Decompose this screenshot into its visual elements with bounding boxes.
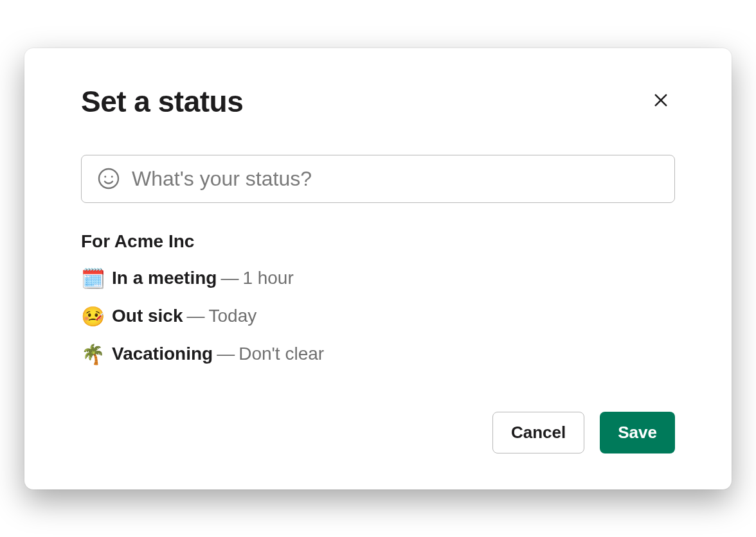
status-input-wrapper (81, 155, 675, 203)
close-button[interactable] (647, 86, 675, 116)
modal-header: Set a status (81, 84, 675, 119)
set-status-modal: Set a status For Acme Inc 🗓️ In a me (24, 48, 732, 489)
preset-duration: 1 hour (242, 268, 293, 288)
status-input[interactable] (132, 167, 659, 191)
preset-separator: — (186, 306, 204, 326)
palm-tree-emoji-icon: 🌴 (81, 343, 112, 365)
preset-separator: — (221, 268, 239, 288)
close-icon (652, 91, 670, 111)
save-button[interactable]: Save (600, 412, 675, 453)
svg-point-2 (99, 169, 118, 188)
svg-point-3 (104, 176, 106, 178)
svg-point-4 (111, 176, 113, 178)
modal-title: Set a status (81, 84, 243, 119)
org-label: For Acme Inc (81, 231, 675, 252)
preset-duration: Today (208, 306, 256, 326)
preset-item-sick[interactable]: 🤒 Out sick — Today (81, 305, 675, 328)
preset-label: Out sick (112, 306, 183, 326)
sick-emoji-icon: 🤒 (81, 305, 112, 328)
calendar-emoji-icon: 🗓️ (81, 267, 112, 290)
preset-list: 🗓️ In a meeting — 1 hour 🤒 Out sick — To… (81, 267, 675, 365)
preset-duration: Don't clear (239, 344, 324, 364)
preset-item-vacation[interactable]: 🌴 Vacationing — Don't clear (81, 343, 675, 365)
preset-label: In a meeting (112, 268, 217, 288)
preset-separator: — (217, 344, 235, 364)
preset-item-meeting[interactable]: 🗓️ In a meeting — 1 hour (81, 267, 675, 290)
modal-footer: Cancel Save (81, 412, 675, 453)
preset-label: Vacationing (112, 344, 213, 364)
smiley-icon[interactable] (97, 167, 120, 190)
cancel-button[interactable]: Cancel (492, 412, 584, 453)
